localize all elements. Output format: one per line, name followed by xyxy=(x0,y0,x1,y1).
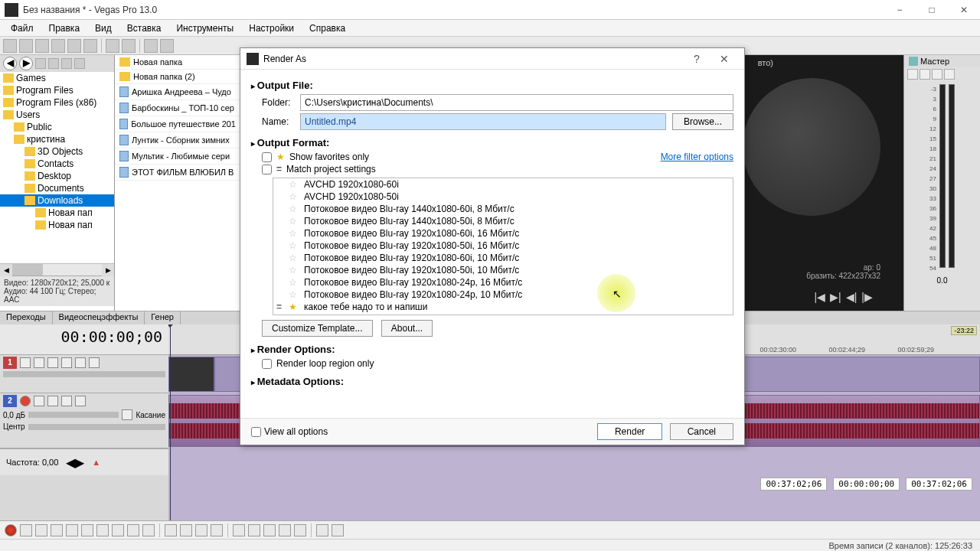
tab-transitions[interactable]: Переходы xyxy=(0,311,53,324)
format-option[interactable]: Потоковое видео Blu-ray 1440x1080-50i, 8… xyxy=(273,215,733,227)
cancel-button[interactable]: Cancel xyxy=(670,423,733,440)
file-list[interactable]: Новая папкаНовая папка (2)Аришка Андреев… xyxy=(115,55,241,311)
undo-icon[interactable] xyxy=(144,39,158,53)
cut-icon[interactable] xyxy=(106,39,119,53)
section-metadata[interactable]: Metadata Options: xyxy=(251,376,733,387)
format-option[interactable]: Потоковое видео Blu-ray 1920x1080-24p, 1… xyxy=(273,276,733,289)
next-icon[interactable] xyxy=(142,524,155,536)
format-option[interactable]: Потоковое видео Blu-ray 1440x1080-60i, 8… xyxy=(273,203,733,215)
tree-item[interactable]: Documents xyxy=(0,182,114,194)
tree-item[interactable]: Program Files (x86) xyxy=(0,96,114,109)
tab-generators[interactable]: Генер xyxy=(145,311,181,324)
quantize-icon[interactable] xyxy=(279,524,291,536)
menu-edit[interactable]: Правка xyxy=(41,21,88,35)
pause-icon[interactable] xyxy=(66,524,78,536)
file-item[interactable]: ЭТОТ ФИЛЬМ ВЛЮБИЛ В xyxy=(115,165,240,181)
mixer-ico3[interactable] xyxy=(932,69,942,80)
mixer-ico4[interactable] xyxy=(944,69,955,80)
format-option[interactable]: AVCHD 1920x1080-50i xyxy=(273,191,733,203)
gear-icon[interactable] xyxy=(122,409,132,420)
folder-input[interactable] xyxy=(300,94,733,111)
nav-delete-icon[interactable] xyxy=(61,58,72,69)
audio-track-header[interactable]: 2 0,0 дБ Касание Центр xyxy=(0,393,168,448)
folder-tree[interactable]: GamesProgram FilesProgram Files (x86)Use… xyxy=(0,72,114,263)
format-option[interactable]: какое тебе надо то и напиши xyxy=(273,301,733,313)
track-pan-slider[interactable] xyxy=(28,424,165,430)
menu-insert[interactable]: Вставка xyxy=(119,21,169,35)
prev-icon[interactable] xyxy=(127,524,139,536)
region-icon[interactable] xyxy=(332,524,344,536)
loop-icon[interactable] xyxy=(20,524,32,536)
snap-icon[interactable] xyxy=(233,524,245,536)
new-icon[interactable] xyxy=(3,39,17,53)
dialog-titlebar[interactable]: Render As ? ✕ xyxy=(240,48,744,70)
prev-frame-icon[interactable]: |◀ xyxy=(814,291,825,303)
file-item[interactable]: Лунтик - Сборник зимних xyxy=(115,132,240,148)
nav-newfolder-icon[interactable] xyxy=(74,58,85,69)
help-button[interactable]: ? xyxy=(683,48,710,70)
close-button[interactable]: ✕ xyxy=(710,48,738,70)
tree-item[interactable]: Games xyxy=(0,72,114,84)
track-compositing-icon[interactable] xyxy=(34,357,44,368)
auto-ripple-icon[interactable] xyxy=(248,524,260,536)
save-icon[interactable] xyxy=(35,39,49,53)
section-render-options[interactable]: Render Options: xyxy=(251,344,733,355)
paste-icon[interactable] xyxy=(122,39,136,53)
show-favorites-checkbox[interactable] xyxy=(262,152,272,162)
track-rec-icon[interactable] xyxy=(20,396,31,406)
track-mute-icon[interactable] xyxy=(75,357,86,368)
tool-zoom-icon[interactable] xyxy=(211,524,223,536)
customize-template-button[interactable]: Customize Template... xyxy=(262,320,373,337)
format-option[interactable]: Потоковое видео Blu-ray 1920x1080-24p, 1… xyxy=(273,289,733,301)
menu-tools[interactable]: Инструменты xyxy=(168,21,241,35)
format-option[interactable]: Потоковое видео Blu-ray 1920x1080-50i, 1… xyxy=(273,264,733,276)
next-frame-icon[interactable]: |▶ xyxy=(861,291,873,303)
nav-fwd-icon[interactable]: ▶ xyxy=(19,57,33,70)
more-filter-link[interactable]: More filter options xyxy=(661,152,733,162)
tool-select-icon[interactable] xyxy=(195,524,207,536)
marker-icon[interactable] xyxy=(316,524,328,536)
render-button[interactable]: Render xyxy=(597,423,662,440)
section-output-format[interactable]: Output Format: xyxy=(251,137,733,148)
playhead[interactable] xyxy=(170,324,171,520)
format-option[interactable]: AVCHD 1920x1080-60i xyxy=(273,178,733,191)
file-item[interactable]: Новая папка (2) xyxy=(115,70,240,84)
play-icon[interactable]: ▶| xyxy=(830,291,841,303)
mixer-ico1[interactable] xyxy=(907,69,918,80)
browse-button[interactable]: Browse... xyxy=(672,113,733,130)
file-item[interactable]: Аришка Андреева – Чудо xyxy=(115,84,240,100)
about-button[interactable]: About... xyxy=(381,320,433,337)
tree-item[interactable]: Новая пап xyxy=(0,207,114,219)
tree-item[interactable]: Program Files xyxy=(0,84,114,96)
tree-hscroll[interactable]: ◀▶ xyxy=(0,263,114,276)
menu-view[interactable]: Вид xyxy=(87,21,119,35)
video-track-header[interactable]: 1 xyxy=(0,355,168,393)
format-option[interactable]: Потоковое видео Blu-ray 1920x1080-60i, 1… xyxy=(273,252,733,264)
timecode-display[interactable]: 00:00:00;00 xyxy=(0,324,168,355)
tree-item[interactable]: Public xyxy=(0,121,114,133)
tree-item[interactable]: кристина xyxy=(0,133,114,145)
copy-icon[interactable] xyxy=(83,39,97,53)
track-fx-icon[interactable] xyxy=(34,396,44,406)
format-option[interactable]: Потоковое видео Blu-ray 1920x1080-60i, 1… xyxy=(273,227,733,240)
auto-crossfade-icon[interactable] xyxy=(263,524,276,536)
name-input[interactable] xyxy=(300,113,666,130)
menu-file[interactable]: Файл xyxy=(3,21,41,35)
format-list[interactable]: AVCHD 1920x1080-60iAVCHD 1920x1080-50iПо… xyxy=(273,178,733,315)
props-icon[interactable] xyxy=(67,39,81,53)
track-mute-icon[interactable] xyxy=(61,396,72,406)
match-project-checkbox[interactable] xyxy=(262,165,272,174)
video-clip[interactable] xyxy=(168,357,214,392)
track-motion-icon[interactable] xyxy=(47,357,58,368)
open-icon[interactable] xyxy=(19,39,33,53)
lock-icon[interactable] xyxy=(294,524,306,536)
tree-item[interactable]: Downloads xyxy=(0,194,114,207)
tool-normal-icon[interactable] xyxy=(165,524,177,536)
nav-back-icon[interactable]: ◀ xyxy=(3,57,17,70)
maximize-button[interactable]: □ xyxy=(916,0,948,20)
render-icon[interactable] xyxy=(51,39,65,53)
section-output-file[interactable]: Output File: xyxy=(251,80,733,91)
tree-item[interactable]: Contacts xyxy=(0,158,114,170)
render-loop-checkbox[interactable] xyxy=(262,359,272,369)
track-fx-icon[interactable] xyxy=(20,357,31,368)
